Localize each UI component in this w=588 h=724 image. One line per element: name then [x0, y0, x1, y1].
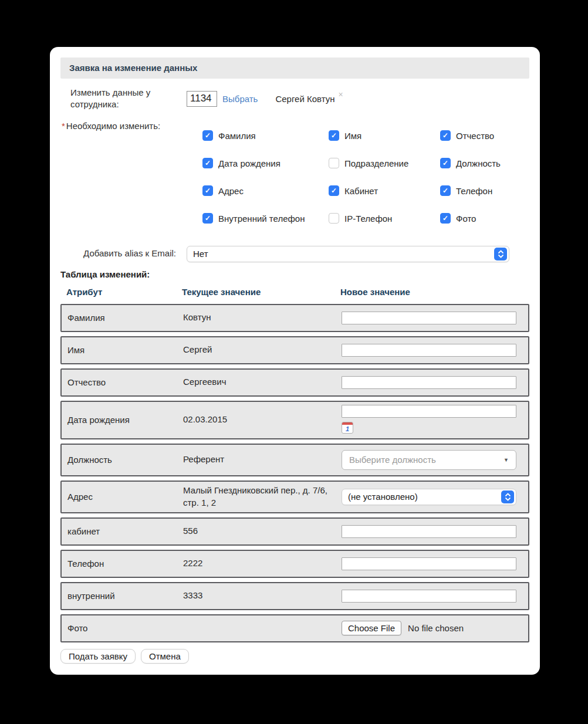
column-header-attribute: Атрибут	[66, 287, 182, 297]
field-checkbox[interactable]: ✓Внутренний телефон	[202, 211, 329, 226]
field-checkbox[interactable]: Подразделение	[329, 156, 440, 171]
checkbox-label: Адрес	[218, 186, 244, 196]
employee-name: Сергей Ковтун	[275, 94, 334, 104]
table-row: Дата рождения02.03.20151	[60, 401, 529, 439]
checkbox-checked-icon[interactable]: ✓	[202, 130, 213, 141]
column-header-current-value: Текущее значение	[182, 287, 340, 297]
field-checkbox[interactable]: ✓Отчество	[440, 128, 529, 143]
checkbox-checked-icon[interactable]: ✓	[440, 185, 451, 196]
checkbox-label: Внутренний телефон	[218, 214, 305, 224]
field-checkbox[interactable]: ✓Адрес	[202, 184, 329, 198]
remove-employee-icon[interactable]: ×	[339, 90, 343, 99]
current-value: 3333	[183, 590, 342, 601]
current-value: Ковтун	[183, 312, 342, 323]
field-checkbox[interactable]: ✓Фото	[440, 211, 529, 226]
employee-row: Изменить данные у сотрудника: Выбрать Се…	[60, 87, 529, 111]
dropdown-arrow-icon: ▼	[503, 457, 509, 463]
employee-controls: Выбрать Сергей Ковтун ×	[187, 87, 343, 111]
checkbox-checked-icon[interactable]: ✓	[440, 158, 451, 168]
alias-email-selected-value: Нет	[193, 249, 208, 259]
table-row: Телефон2222	[60, 550, 529, 578]
changes-table: ФамилияКовтунИмяСергейОтчествоСергеевичД…	[60, 304, 529, 642]
attribute-label: Должность	[67, 455, 183, 465]
checkbox-label: Дата рождения	[218, 158, 281, 168]
change-fields-grid: ✓Фамилия✓Имя✓Отчество✓Дата рожденияПодра…	[187, 128, 529, 226]
table-row: ОтчествоСергеевич	[60, 368, 529, 397]
table-row: АдресМалый Гнездниковский пер., д. 7/6, …	[60, 481, 529, 513]
new-value-editor	[342, 344, 516, 357]
new-value-editor	[342, 312, 516, 324]
table-row: ФотоChoose FileNo file chosen	[60, 614, 529, 642]
field-checkbox[interactable]: ✓Должность	[440, 156, 529, 171]
checkbox-label: Подразделение	[344, 158, 408, 168]
calendar-icon[interactable]: 1	[342, 422, 353, 434]
checkbox-checked-icon[interactable]: ✓	[202, 185, 213, 196]
checkbox-label: Кабинет	[344, 186, 378, 196]
new-value-input[interactable]	[342, 557, 516, 570]
field-checkbox[interactable]: ✓Кабинет	[329, 184, 440, 198]
checkbox-checked-icon[interactable]: ✓	[202, 213, 213, 224]
new-value-editor: Выберите должность▼	[342, 450, 516, 470]
table-row: кабинет556	[60, 517, 529, 546]
checkbox-label: IP-Телефон	[344, 214, 392, 224]
required-asterisk: *	[62, 121, 65, 131]
required-fields-label: *Необходимо изменить:	[60, 120, 176, 132]
checkbox-label: Должность	[456, 158, 501, 168]
checkbox-unchecked-icon[interactable]	[329, 158, 339, 168]
choose-file-button[interactable]: Choose File	[342, 621, 401, 635]
attribute-label: Дата рождения	[67, 415, 183, 425]
address-select[interactable]: (не установлено)	[342, 489, 516, 505]
table-row: ИмяСергей	[60, 336, 529, 364]
alias-row: Добавить alias к Email: Нет	[60, 246, 529, 262]
current-value: 02.03.2015	[183, 414, 342, 425]
checkbox-checked-icon[interactable]: ✓	[202, 158, 213, 168]
field-checkbox[interactable]: IP-Телефон	[329, 211, 440, 226]
current-value: 2222	[183, 557, 342, 569]
position-combobox[interactable]: Выберите должность▼	[342, 450, 516, 470]
cancel-button[interactable]: Отмена	[141, 649, 189, 664]
new-value-input[interactable]	[342, 590, 516, 603]
submit-button[interactable]: Подать заявку	[60, 649, 136, 664]
address-selected-value: (не установлено)	[348, 492, 418, 502]
attribute-label: кабинет	[67, 526, 183, 536]
current-value: Малый Гнездниковский пер., д. 7/6, стр. …	[183, 485, 342, 509]
new-value-input[interactable]	[342, 525, 516, 538]
changes-table-caption: Таблица изменений:	[60, 269, 529, 279]
required-fields-section: *Необходимо изменить: ✓Фамилия✓Имя✓Отчес…	[60, 120, 529, 226]
new-value-input[interactable]	[342, 376, 516, 389]
select-employee-link[interactable]: Выбрать	[222, 94, 258, 104]
field-checkbox[interactable]: ✓Имя	[329, 128, 440, 143]
employee-id-input[interactable]	[187, 91, 217, 107]
new-value-input[interactable]	[342, 312, 516, 324]
new-value-input[interactable]	[342, 344, 516, 357]
field-checkbox[interactable]: ✓Фамилия	[202, 128, 329, 143]
attribute-label: внутренний	[67, 591, 183, 601]
current-value: 556	[183, 525, 342, 537]
checkbox-label: Телефон	[456, 186, 492, 196]
new-value-editor: Choose FileNo file chosen	[342, 621, 516, 635]
new-value-editor	[342, 525, 516, 538]
checkbox-checked-icon[interactable]: ✓	[329, 130, 339, 141]
attribute-label: Отчество	[67, 377, 183, 387]
checkbox-unchecked-icon[interactable]	[329, 213, 339, 224]
field-checkbox[interactable]: ✓Телефон	[440, 184, 529, 198]
checkbox-checked-icon[interactable]: ✓	[440, 130, 451, 141]
new-date-input[interactable]	[342, 405, 516, 418]
calendar-icon-day: 1	[342, 425, 353, 433]
form-actions: Подать заявку Отмена	[60, 649, 529, 664]
alias-email-label: Добавить alias к Email:	[60, 248, 176, 259]
alias-email-select[interactable]: Нет	[187, 246, 509, 262]
attribute-label: Имя	[67, 345, 183, 355]
new-value-editor	[342, 376, 516, 389]
table-header-row: Атрибут Текущее значение Новое значение	[60, 287, 529, 297]
attribute-label: Фото	[67, 623, 183, 633]
table-row: ДолжностьРеферентВыберите должность▼	[60, 444, 529, 476]
table-row: внутренний3333	[60, 582, 529, 610]
request-form-card: Заявка на изменение данных Изменить данн…	[50, 47, 540, 675]
field-checkbox[interactable]: ✓Дата рождения	[202, 156, 329, 171]
checkbox-checked-icon[interactable]: ✓	[329, 185, 339, 196]
file-chosen-status: No file chosen	[408, 623, 464, 633]
checkbox-checked-icon[interactable]: ✓	[440, 213, 451, 224]
page-title: Заявка на изменение данных	[60, 57, 529, 79]
current-value: Сергеевич	[183, 376, 342, 388]
